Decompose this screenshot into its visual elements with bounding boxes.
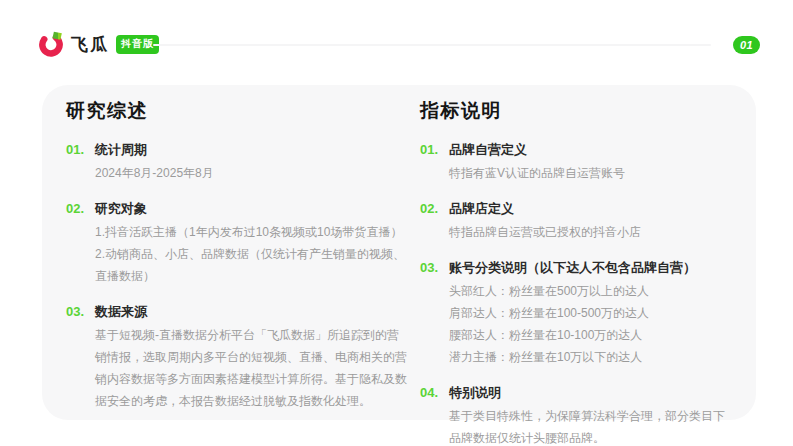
section-body-line: 腰部达人：粉丝量在10-100万的达人 (449, 324, 734, 346)
section-label: 特别说明 (449, 383, 734, 403)
section-body-line: 2.动销商品、小店、品牌数据（仅统计有产生销量的视频、直播数据） (95, 243, 408, 287)
brand-name: 飞瓜 (71, 33, 109, 56)
section-number: 01. (420, 140, 449, 184)
section-label: 统计周期 (95, 140, 408, 160)
section-number: 04. (420, 383, 449, 446)
section-body-line: 潜力主播：粉丝量在10万以下的达人 (449, 346, 734, 368)
content-card: 研究综述 01. 统计周期 2024年8月-2025年8月 02. 研究对象 1… (42, 85, 756, 420)
section-data-source: 03. 数据来源 基于短视频-直播数据分析平台「飞瓜数据」所追踪到的营销情报，选… (66, 302, 408, 412)
feigua-logo: 飞瓜 抖音版 (38, 31, 159, 57)
section-body-line: 2024年8月-2025年8月 (95, 162, 408, 184)
section-number: 03. (66, 302, 95, 412)
section-body-line: 基于类目特殊性，为保障算法科学合理，部分类目下品牌数据仅统计头腰部品牌。 (449, 405, 734, 446)
section-number: 02. (66, 199, 95, 287)
column-title: 研究综述 (66, 98, 408, 124)
section-label: 品牌店定义 (449, 199, 734, 219)
section-body-line: 特指有蓝V认证的品牌自运营账号 (449, 162, 734, 184)
page-header: 飞瓜 抖音版 01 (0, 0, 793, 85)
page-number-badge: 01 (733, 36, 760, 54)
section-body-line: 头部红人：粉丝量在500万以上的达人 (449, 280, 734, 302)
section-label: 账号分类说明（以下达人不包含品牌自营） (449, 258, 734, 278)
section-number: 02. (420, 199, 449, 243)
column-metric-explanation: 指标说明 01. 品牌自营定义 特指有蓝V认证的品牌自运营账号 02. 品牌店定… (420, 94, 734, 420)
header-divider (153, 44, 711, 46)
section-label: 研究对象 (95, 199, 408, 219)
section-brand-store-definition: 02. 品牌店定义 特指品牌自运营或已授权的抖音小店 (420, 199, 734, 243)
section-special-notes: 04. 特别说明 基于类目特殊性，为保障算法科学合理，部分类目下品牌数据仅统计头… (420, 383, 734, 446)
section-body-line: 1.抖音活跃主播（1年内发布过10条视频或10场带货直播） (95, 221, 408, 243)
column-title: 指标说明 (420, 98, 734, 124)
column-research-overview: 研究综述 01. 统计周期 2024年8月-2025年8月 02. 研究对象 1… (66, 94, 408, 420)
section-body-line: 特指品牌自运营或已授权的抖音小店 (449, 221, 734, 243)
section-research-object: 02. 研究对象 1.抖音活跃主播（1年内发布过10条视频或10场带货直播） 2… (66, 199, 408, 287)
section-statistical-period: 01. 统计周期 2024年8月-2025年8月 (66, 140, 408, 184)
section-body-line: 肩部达人：粉丝量在100-500万的达人 (449, 302, 734, 324)
section-label: 数据来源 (95, 302, 408, 322)
section-brand-selfrun-definition: 01. 品牌自营定义 特指有蓝V认证的品牌自运营账号 (420, 140, 734, 184)
section-number: 01. (66, 140, 95, 184)
section-number: 03. (420, 258, 449, 368)
section-body-line: 基于短视频-直播数据分析平台「飞瓜数据」所追踪到的营销情报，选取周期内多平台的短… (95, 324, 408, 412)
section-label: 品牌自营定义 (449, 140, 734, 160)
section-account-classification: 03. 账号分类说明（以下达人不包含品牌自营） 头部红人：粉丝量在500万以上的… (420, 258, 734, 368)
feigua-watermelon-icon (38, 31, 64, 57)
